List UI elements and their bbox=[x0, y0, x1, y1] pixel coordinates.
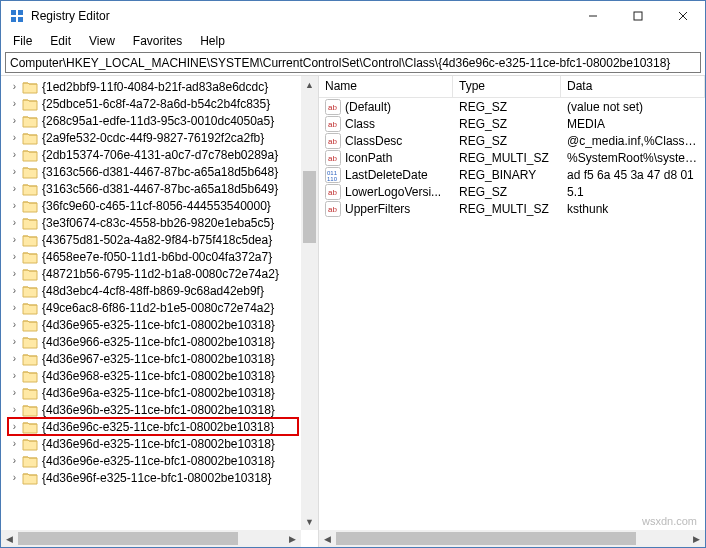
expand-icon[interactable]: › bbox=[9, 353, 20, 364]
value-row[interactable]: ClassDescREG_SZ@c_media.inf,%ClassDesc%;… bbox=[319, 132, 705, 149]
folder-icon bbox=[22, 369, 38, 383]
value-name: ClassDesc bbox=[345, 134, 402, 148]
tree-item[interactable]: ›{2a9fe532-0cdc-44f9-9827-76192f2ca2fb} bbox=[1, 129, 301, 146]
expand-icon[interactable]: › bbox=[9, 285, 20, 296]
folder-icon bbox=[22, 318, 38, 332]
expand-icon[interactable]: › bbox=[9, 132, 20, 143]
tree-item[interactable]: ›{49ce6ac8-6f86-11d2-b1e5-0080c72e74a2} bbox=[1, 299, 301, 316]
value-type: REG_SZ bbox=[453, 100, 561, 114]
expand-icon[interactable]: › bbox=[9, 455, 20, 466]
expand-icon[interactable]: › bbox=[9, 370, 20, 381]
value-row[interactable]: UpperFiltersREG_MULTI_SZksthunk bbox=[319, 200, 705, 217]
expand-icon[interactable]: › bbox=[9, 81, 20, 92]
expand-icon[interactable]: › bbox=[9, 438, 20, 449]
expand-icon[interactable]: › bbox=[9, 472, 20, 483]
tree-item[interactable]: ›{268c95a1-edfe-11d3-95c3-0010dc4050a5} bbox=[1, 112, 301, 129]
tree-item[interactable]: ›{4d36e967-e325-11ce-bfc1-08002be10318} bbox=[1, 350, 301, 367]
string-value-icon bbox=[325, 150, 341, 166]
tree-item-label: {4d36e966-e325-11ce-bfc1-08002be10318} bbox=[42, 335, 275, 349]
tree-item[interactable]: ›{2db15374-706e-4131-a0c7-d7c78eb0289a} bbox=[1, 146, 301, 163]
col-type[interactable]: Type bbox=[453, 76, 561, 97]
expand-icon[interactable]: › bbox=[9, 234, 20, 245]
value-data: 5.1 bbox=[561, 185, 705, 199]
tree-item[interactable]: ›{48d3ebc4-4cf8-48ff-b869-9c68ad42eb9f} bbox=[1, 282, 301, 299]
expand-icon[interactable]: › bbox=[9, 336, 20, 347]
value-row[interactable]: (Default)REG_SZ(value not set) bbox=[319, 98, 705, 115]
expand-icon[interactable]: › bbox=[9, 149, 20, 160]
expand-icon[interactable]: › bbox=[9, 251, 20, 262]
menu-help[interactable]: Help bbox=[192, 33, 233, 49]
string-value-icon bbox=[325, 184, 341, 200]
tree-item[interactable]: ›{4d36e96d-e325-11ce-bfc1-08002be10318} bbox=[1, 435, 301, 452]
tree-item[interactable]: ›{48721b56-6795-11d2-b1a8-0080c72e74a2} bbox=[1, 265, 301, 282]
tree-item[interactable]: ›{3e3f0674-c83c-4558-bb26-9820e1eba5c5} bbox=[1, 214, 301, 231]
expand-icon[interactable]: › bbox=[9, 217, 20, 228]
value-type: REG_SZ bbox=[453, 134, 561, 148]
tree-item[interactable]: ›{4d36e966-e325-11ce-bfc1-08002be10318} bbox=[1, 333, 301, 350]
value-data: %SystemRoot%\system32\mmres.dll bbox=[561, 151, 705, 165]
tree-item[interactable]: ›{4d36e96f-e325-11ce-bfc1-08002be10318} bbox=[1, 469, 301, 486]
tree-item-label: {4d36e967-e325-11ce-bfc1-08002be10318} bbox=[42, 352, 275, 366]
tree-item[interactable]: ›{4d36e96c-e325-11ce-bfc1-08002be10318} bbox=[1, 418, 301, 435]
tree-item[interactable]: ›{43675d81-502a-4a82-9f84-b75f418c5dea} bbox=[1, 231, 301, 248]
window-title: Registry Editor bbox=[31, 9, 570, 23]
tree-item-label: {49ce6ac8-6f86-11d2-b1e5-0080c72e74a2} bbox=[42, 301, 274, 315]
value-row[interactable]: LowerLogoVersi...REG_SZ5.1 bbox=[319, 183, 705, 200]
tree-item-label: {4d36e96e-e325-11ce-bfc1-08002be10318} bbox=[42, 454, 275, 468]
expand-icon[interactable]: › bbox=[9, 200, 20, 211]
expand-icon[interactable]: › bbox=[9, 98, 20, 109]
value-name: LastDeleteDate bbox=[345, 168, 428, 182]
value-row[interactable]: LastDeleteDateREG_BINARYad f5 6a 45 3a 4… bbox=[319, 166, 705, 183]
menu-edit[interactable]: Edit bbox=[42, 33, 79, 49]
folder-icon bbox=[22, 165, 38, 179]
tree-item[interactable]: ›{4d36e968-e325-11ce-bfc1-08002be10318} bbox=[1, 367, 301, 384]
folder-icon bbox=[22, 403, 38, 417]
value-row[interactable]: ClassREG_SZMEDIA bbox=[319, 115, 705, 132]
tree-item[interactable]: ›{4d36e96a-e325-11ce-bfc1-08002be10318} bbox=[1, 384, 301, 401]
tree-item-label: {4d36e96f-e325-11ce-bfc1-08002be10318} bbox=[42, 471, 272, 485]
value-type: REG_SZ bbox=[453, 117, 561, 131]
tree-hscrollbar[interactable]: ◀ ▶ bbox=[1, 530, 301, 547]
expand-icon[interactable]: › bbox=[9, 302, 20, 313]
value-data: (value not set) bbox=[561, 100, 705, 114]
tree-item-label: {48721b56-6795-11d2-b1a8-0080c72e74a2} bbox=[42, 267, 279, 281]
tree-item[interactable]: ›{3163c566-d381-4467-87bc-a65a18d5b648} bbox=[1, 163, 301, 180]
menu-view[interactable]: View bbox=[81, 33, 123, 49]
tree-item[interactable]: ›{36fc9e60-c465-11cf-8056-444553540000} bbox=[1, 197, 301, 214]
folder-icon bbox=[22, 80, 38, 94]
tree-item[interactable]: ›{4d36e96e-e325-11ce-bfc1-08002be10318} bbox=[1, 452, 301, 469]
value-type: REG_MULTI_SZ bbox=[453, 151, 561, 165]
tree-item[interactable]: ›{4d36e965-e325-11ce-bfc1-08002be10318} bbox=[1, 316, 301, 333]
expand-icon[interactable]: › bbox=[9, 183, 20, 194]
content-area: ›{1ed2bbf9-11f0-4084-b21f-ad83a8e6dcdc}›… bbox=[1, 75, 705, 547]
expand-icon[interactable]: › bbox=[9, 387, 20, 398]
tree-item-label: {4d36e968-e325-11ce-bfc1-08002be10318} bbox=[42, 369, 275, 383]
expand-icon[interactable]: › bbox=[9, 404, 20, 415]
minimize-button[interactable] bbox=[570, 1, 615, 31]
expand-icon[interactable]: › bbox=[9, 319, 20, 330]
tree-item[interactable]: ›{25dbce51-6c8f-4a72-8a6d-b54c2b4fc835} bbox=[1, 95, 301, 112]
close-button[interactable] bbox=[660, 1, 705, 31]
value-row[interactable]: IconPathREG_MULTI_SZ%SystemRoot%\system3… bbox=[319, 149, 705, 166]
expand-icon[interactable]: › bbox=[9, 421, 20, 432]
expand-icon[interactable]: › bbox=[9, 115, 20, 126]
expand-icon[interactable]: › bbox=[9, 166, 20, 177]
folder-icon bbox=[22, 454, 38, 468]
value-list-pane: Name Type Data (Default)REG_SZ(value not… bbox=[319, 76, 705, 547]
tree-item[interactable]: ›{4658ee7e-f050-11d1-b6bd-00c04fa372a7} bbox=[1, 248, 301, 265]
col-name[interactable]: Name bbox=[319, 76, 453, 97]
tree-vscrollbar[interactable]: ▲ ▼ bbox=[301, 76, 318, 530]
menu-favorites[interactable]: Favorites bbox=[125, 33, 190, 49]
address-bar[interactable]: Computer\HKEY_LOCAL_MACHINE\SYSTEM\Curre… bbox=[5, 52, 701, 73]
folder-icon bbox=[22, 250, 38, 264]
list-hscrollbar[interactable]: ◀ ▶ bbox=[319, 530, 705, 547]
maximize-button[interactable] bbox=[615, 1, 660, 31]
menu-file[interactable]: File bbox=[5, 33, 40, 49]
tree-item[interactable]: ›{3163c566-d381-4467-87bc-a65a18d5b649} bbox=[1, 180, 301, 197]
tree-item-label: {25dbce51-6c8f-4a72-8a6d-b54c2b4fc835} bbox=[42, 97, 270, 111]
tree-item[interactable]: ›{1ed2bbf9-11f0-4084-b21f-ad83a8e6dcdc} bbox=[1, 78, 301, 95]
col-data[interactable]: Data bbox=[561, 76, 705, 97]
value-name: IconPath bbox=[345, 151, 392, 165]
expand-icon[interactable]: › bbox=[9, 268, 20, 279]
tree-item[interactable]: ›{4d36e96b-e325-11ce-bfc1-08002be10318} bbox=[1, 401, 301, 418]
